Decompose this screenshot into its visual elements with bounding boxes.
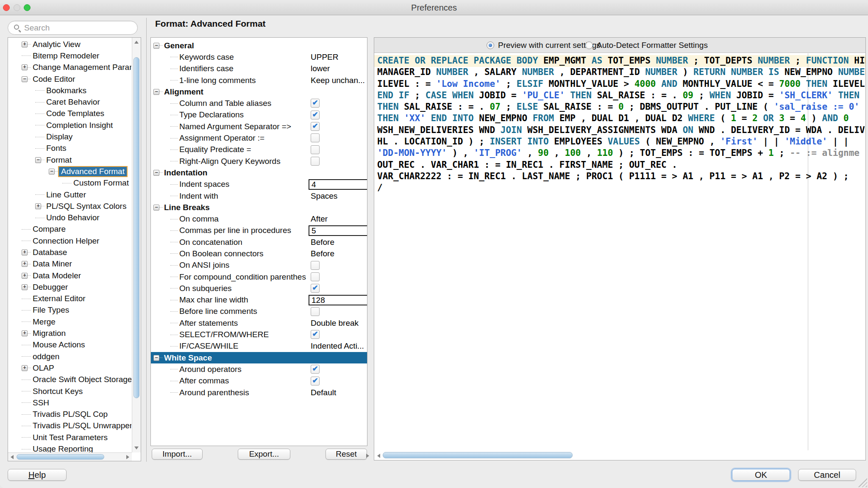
expand-icon[interactable]: +: [22, 261, 28, 267]
sidebar-item-display[interactable]: Display: [8, 131, 131, 142]
sidebar-item-mouse-actions[interactable]: Mouse Actions: [8, 339, 131, 351]
scroll-left-icon[interactable]: [377, 454, 380, 458]
setting-named-argument-separator[interactable]: Named Argument Separator =>✔: [151, 121, 367, 132]
help-button[interactable]: Help: [8, 469, 67, 481]
sidebar-item-bitemp-remodeler[interactable]: Bitemp Remodeler: [8, 50, 131, 61]
setting-on-ansi-joins[interactable]: On ANSI joins: [151, 260, 367, 271]
reset-button[interactable]: Reset: [326, 449, 367, 460]
checkbox-unchecked[interactable]: [311, 145, 320, 154]
sidebar-item-data-miner[interactable]: +Data Miner: [8, 258, 131, 270]
scroll-right-icon[interactable]: [366, 454, 369, 458]
setting-equality-predicate[interactable]: Equality Predicate =: [151, 144, 367, 155]
setting-commas-per-line-in-procedures[interactable]: Commas per line in procedures5: [151, 225, 367, 236]
radio-unselected-icon[interactable]: [585, 42, 593, 49]
settings-category-line-breaks[interactable]: −Line Breaks: [151, 202, 367, 213]
setting-keywords-case[interactable]: Keywords caseUPPER: [151, 51, 367, 63]
settings-category-indentation[interactable]: −Indentation: [151, 167, 367, 178]
setting-indent-with[interactable]: Indent withSpaces: [151, 190, 367, 202]
sidebar-item-database[interactable]: +Database: [8, 247, 131, 258]
sidebar-item-trivadis-pl-sql-unwrapper[interactable]: Trivadis PL/SQL Unwrapper: [8, 420, 131, 432]
collapse-icon[interactable]: −: [22, 76, 28, 82]
sidebar-item-compare[interactable]: Compare: [8, 224, 131, 235]
collapse-icon[interactable]: −: [49, 169, 55, 175]
sidebar-item-format[interactable]: −Format: [8, 154, 131, 166]
search-input[interactable]: Search: [8, 21, 138, 35]
sidebar-item-oracle-swift-object-storage[interactable]: Oracle Swift Object Storage: [8, 374, 131, 385]
radio-auto-detect[interactable]: Auto-Detect Formatter Settings: [585, 38, 708, 53]
setting-after-statements[interactable]: After statementsDouble break: [151, 317, 367, 329]
ok-button[interactable]: OK: [732, 469, 790, 481]
expand-icon[interactable]: +: [22, 250, 28, 255]
setting-on-boolean-connectors[interactable]: On Boolean connectorsBefore: [151, 248, 367, 259]
sidebar-item-shortcut-keys[interactable]: Shortcut Keys: [8, 385, 131, 397]
radio-preview-current[interactable]: Preview with current settings: [487, 38, 601, 53]
collapse-icon[interactable]: −: [153, 205, 159, 211]
sidebar-item-debugger[interactable]: +Debugger: [8, 281, 131, 293]
setting-on-concatenation[interactable]: On concatenationBefore: [151, 236, 367, 248]
sidebar-item-change-management-parame[interactable]: +Change Management Parame: [8, 62, 131, 73]
settings-category-white-space[interactable]: −White Space: [151, 352, 367, 363]
cancel-button[interactable]: Cancel: [798, 469, 856, 481]
sidebar-item-data-modeler[interactable]: +Data Modeler: [8, 270, 131, 281]
checkbox-checked[interactable]: ✔: [311, 111, 320, 119]
tree-vscroll-thumb[interactable]: [134, 57, 139, 398]
setting-for-compound-condition-parenthes[interactable]: For compound_condition parenthes: [151, 271, 367, 283]
setting-value[interactable]: UPPER: [311, 53, 338, 62]
setting-value[interactable]: Keep unchan...: [311, 76, 365, 85]
sidebar-item-code-templates[interactable]: Code Templates: [8, 108, 131, 119]
setting-indent-spaces[interactable]: Indent spaces4: [151, 179, 367, 190]
checkbox-checked[interactable]: ✔: [311, 365, 320, 374]
collapse-icon[interactable]: −: [153, 170, 159, 176]
setting-on-subqueries[interactable]: On subqueries✔: [151, 283, 367, 294]
setting-value[interactable]: Before: [311, 249, 334, 258]
setting-around-parenthesis[interactable]: Around parenthesisDefault: [151, 387, 367, 398]
code-hscroll-thumb[interactable]: [383, 452, 573, 458]
sidebar-item-analytic-view[interactable]: +Analytic View: [8, 39, 131, 50]
sidebar-item-file-types[interactable]: File Types: [8, 305, 131, 316]
setting-value[interactable]: Spaces: [311, 191, 337, 201]
expand-icon[interactable]: +: [22, 284, 28, 290]
setting-value[interactable]: After: [311, 214, 328, 224]
setting-after-commas[interactable]: After commas✔: [151, 375, 367, 387]
checkbox-checked[interactable]: ✔: [311, 284, 320, 293]
sidebar-item-pl-sql-syntax-colors[interactable]: +PL/SQL Syntax Colors: [8, 200, 131, 212]
sidebar-item-undo-behavior[interactable]: Undo Behavior: [8, 212, 131, 223]
checkbox-checked[interactable]: ✔: [311, 122, 320, 131]
sidebar-item-code-editor[interactable]: −Code Editor: [8, 73, 131, 85]
expand-icon[interactable]: +: [22, 330, 28, 336]
setting-before-line-comments[interactable]: Before line comments: [151, 306, 367, 317]
settings-category-general[interactable]: −General: [151, 40, 367, 51]
sidebar-item-line-gutter[interactable]: Line Gutter: [8, 189, 131, 200]
setting-value[interactable]: Double break: [311, 319, 359, 328]
collapse-icon[interactable]: −: [153, 89, 159, 95]
radio-selected-icon[interactable]: [487, 42, 494, 49]
setting-right-align-query-keywords[interactable]: Right-Align Query Keywords: [151, 155, 367, 167]
scroll-left-icon[interactable]: [11, 455, 14, 459]
setting-value[interactable]: Before: [311, 238, 334, 247]
setting-select-from-where[interactable]: SELECT/FROM/WHERE✔: [151, 329, 367, 340]
tree-hscroll-thumb[interactable]: [17, 454, 104, 460]
export-button[interactable]: Export...: [238, 449, 290, 460]
import-button[interactable]: Import...: [152, 449, 203, 460]
settings-category-alignment[interactable]: −Alignment: [151, 86, 367, 97]
setting-1-line-long-comments[interactable]: 1-line long commentsKeep unchan...: [151, 75, 367, 86]
setting-around-operators[interactable]: Around operators✔: [151, 363, 367, 375]
setting-if-case-while[interactable]: IF/CASE/WHILEIndented Acti...: [151, 341, 367, 352]
scroll-up-icon[interactable]: [134, 41, 139, 44]
setting-input[interactable]: 4: [309, 179, 367, 190]
scroll-right-icon[interactable]: [126, 455, 129, 459]
checkbox-checked[interactable]: ✔: [311, 377, 320, 385]
sidebar-item-advanced-format[interactable]: −Advanced Format: [8, 166, 131, 177]
expand-icon[interactable]: +: [22, 64, 28, 70]
expand-icon[interactable]: +: [22, 273, 28, 279]
tree-vertical-scrollbar[interactable]: [132, 38, 141, 452]
sidebar-item-fonts[interactable]: Fonts: [8, 143, 131, 154]
sidebar-item-olap[interactable]: +OLAP: [8, 362, 131, 374]
setting-input[interactable]: 128: [309, 295, 367, 305]
scroll-down-icon[interactable]: [134, 446, 139, 449]
checkbox-unchecked[interactable]: [311, 261, 320, 270]
checkbox-unchecked[interactable]: [311, 133, 320, 142]
code-preview-editor[interactable]: CREATE OR REPLACE PACKAGE BODY EMP_MGMT …: [374, 53, 865, 450]
sidebar-item-usage-reporting[interactable]: Usage Reporting: [8, 443, 131, 452]
sidebar-item-merge[interactable]: Merge: [8, 316, 131, 327]
